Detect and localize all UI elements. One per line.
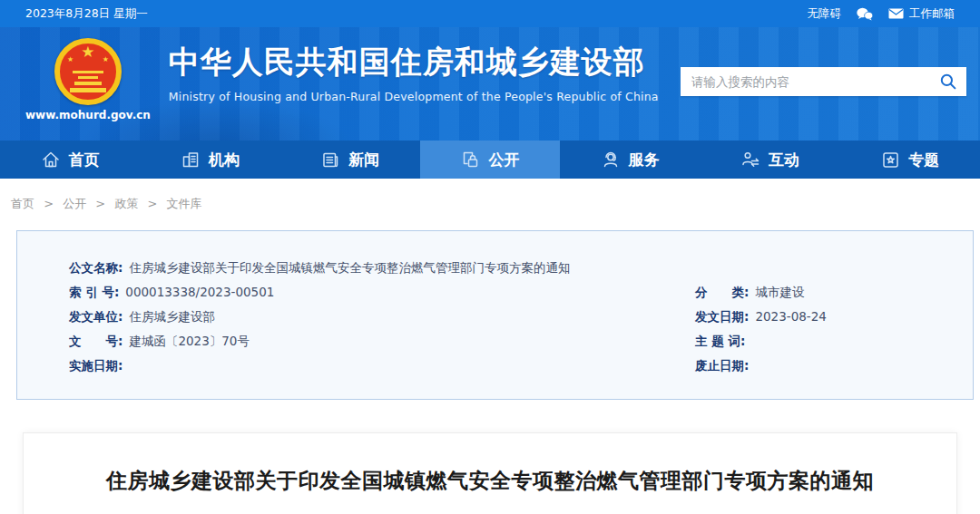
field-value: 住房城乡建设部关于印发全国城镇燃气安全专项整治燃气管理部门专项方案的通知 <box>129 259 570 276</box>
topic-star-icon <box>880 150 900 170</box>
nav-item-services[interactable]: 服务 <box>560 141 700 179</box>
breadcrumb-separator: > <box>95 197 105 210</box>
field-document-name: 公文名称: 住房城乡建设部关于印发全国城镇燃气安全专项整治燃气管理部门专项方案的… <box>69 259 973 276</box>
field-repeal-date: 废止日期: <box>695 357 973 373</box>
accessibility-link[interactable]: 无障碍 <box>808 6 842 22</box>
field-subject-words: 主 题 词: <box>695 333 973 349</box>
main-navigation: 首页 机构 新闻 <box>0 141 980 179</box>
document-info-panel: 公文名称: 住房城乡建设部关于印发全国城镇燃气安全专项整治燃气管理部门专项方案的… <box>16 230 974 400</box>
field-label: 实施日期: <box>69 357 122 373</box>
top-utility-bar: 2023年8月28日 星期一 无障碍 工作邮箱 <box>0 0 980 27</box>
breadcrumb-separator: > <box>44 197 54 210</box>
breadcrumb-file-library: 文件库 <box>167 197 202 210</box>
nav-label: 服务 <box>629 150 660 170</box>
organization-icon <box>181 150 201 170</box>
field-value: 建城函〔2023〕70号 <box>129 333 250 349</box>
field-label: 发文单位: <box>69 308 122 325</box>
article-panel: 住房城乡建设部关于印发全国城镇燃气安全专项整治燃气管理部门专项方案的通知 <box>23 432 957 514</box>
national-emblem-icon: ★ ★★ <box>54 38 122 105</box>
nav-label: 新闻 <box>348 150 379 170</box>
current-date: 2023年8月28日 星期一 <box>25 6 148 22</box>
nav-label: 首页 <box>69 150 100 170</box>
wechat-icon[interactable] <box>856 7 874 21</box>
field-label: 文 号: <box>69 333 122 349</box>
search-box <box>681 67 966 96</box>
field-value: 住房城乡建设部 <box>129 308 215 325</box>
field-issuing-unit: 发文单位: 住房城乡建设部 <box>69 308 695 325</box>
breadcrumb-disclosure[interactable]: 公开 <box>63 197 86 210</box>
field-label: 分 类: <box>695 284 749 300</box>
field-label: 废止日期: <box>695 357 749 373</box>
site-title: 中华人民共和国住房和城乡建设部 <box>169 42 659 83</box>
search-button[interactable] <box>930 67 966 96</box>
field-label: 公文名称: <box>69 259 122 276</box>
field-value: 城市建设 <box>755 284 804 300</box>
field-label: 发文日期: <box>695 308 749 325</box>
field-label: 索 引 号: <box>69 284 119 300</box>
mailbox-label: 工作邮箱 <box>909 6 955 22</box>
news-icon <box>320 150 340 170</box>
nav-item-disclosure[interactable]: 公开 <box>420 141 560 179</box>
field-category: 分 类: 城市建设 <box>695 284 973 300</box>
nav-item-organization[interactable]: 机构 <box>140 141 279 179</box>
site-subtitle-english: Ministry of Housing and Urban-Rural Deve… <box>169 90 659 103</box>
nav-item-interaction[interactable]: 互动 <box>700 141 839 179</box>
interaction-icon <box>740 150 760 170</box>
breadcrumb-policy[interactable]: 政策 <box>114 197 138 210</box>
nav-label: 机构 <box>209 150 240 170</box>
site-logo[interactable]: ★ ★★ www.mohurd.gov.cn <box>25 38 151 121</box>
breadcrumb-home[interactable]: 首页 <box>11 197 34 210</box>
service-agent-icon <box>601 150 621 170</box>
nav-item-topics[interactable]: 专题 <box>840 141 980 179</box>
field-implementation-date: 实施日期: <box>69 357 695 373</box>
work-mailbox-link[interactable]: 工作邮箱 <box>888 6 955 22</box>
nav-item-news[interactable]: 新闻 <box>280 141 420 179</box>
breadcrumb-separator: > <box>148 197 158 210</box>
search-input[interactable] <box>681 67 930 96</box>
site-header: ★ ★★ www.mohurd.gov.cn 中华人民共和国住房和城乡建设部 M… <box>0 27 980 141</box>
mail-icon <box>888 8 904 19</box>
nav-label: 互动 <box>769 150 799 170</box>
site-url: www.mohurd.gov.cn <box>25 109 151 121</box>
nav-item-home[interactable]: 首页 <box>0 141 140 179</box>
field-index-number: 索 引 号: 000013338/2023-00501 <box>69 284 695 300</box>
home-icon <box>41 150 61 170</box>
field-value: 000013338/2023-00501 <box>125 284 274 300</box>
article-title: 住房城乡建设部关于印发全国城镇燃气安全专项整治燃气管理部门专项方案的通知 <box>24 467 956 495</box>
nav-label: 公开 <box>488 150 519 170</box>
field-value: 2023-08-24 <box>755 308 826 325</box>
nav-label: 专题 <box>908 150 939 170</box>
breadcrumb: 首页 > 公开 > 政策 > 文件库 <box>0 179 980 230</box>
field-label: 主 题 词: <box>695 333 745 349</box>
accessibility-label: 无障碍 <box>808 6 842 22</box>
disclosure-lock-icon <box>460 150 480 170</box>
search-icon <box>939 73 957 91</box>
field-document-number: 文 号: 建城函〔2023〕70号 <box>69 333 695 349</box>
field-issue-date: 发文日期: 2023-08-24 <box>695 308 973 325</box>
